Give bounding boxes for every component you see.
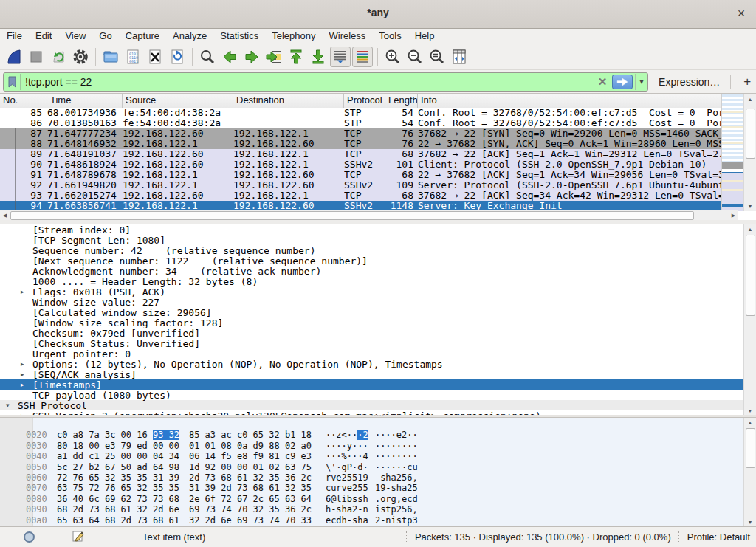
- hex-row[interactable]: 00a065 63 64 68 2d 73 68 6132 2d 6e 69 7…: [0, 504, 756, 515]
- capture-options-button[interactable]: [70, 47, 91, 67]
- save-capture-button[interactable]: 010101100011: [123, 47, 143, 67]
- menu-item[interactable]: Analyze: [166, 29, 213, 44]
- find-packet-button[interactable]: [197, 47, 218, 67]
- display-filter-input[interactable]: [21, 74, 595, 90]
- expression-button[interactable]: Expression…: [659, 76, 720, 88]
- packet-row[interactable]: 87 71.647777234 192.168.122.60 192.168.1…: [0, 128, 722, 139]
- add-filter-button[interactable]: +: [738, 75, 756, 89]
- detail-row[interactable]: Window size value: 227: [0, 297, 756, 307]
- column-header-length[interactable]: Length: [385, 94, 418, 108]
- column-header-destination[interactable]: Destination: [233, 94, 344, 108]
- detail-row[interactable]: ▾ SSH Protocol: [0, 400, 756, 410]
- restart-capture-button[interactable]: [48, 47, 69, 67]
- expander-icon[interactable]: ▸: [21, 371, 32, 378]
- go-first-packet-button[interactable]: [286, 47, 306, 67]
- column-header-no[interactable]: No.: [0, 94, 47, 108]
- detail-row[interactable]: Checksum: 0x79ed [unverified]: [0, 328, 756, 338]
- start-capture-button[interactable]: [4, 47, 24, 67]
- scroll-left-icon[interactable]: ◀: [0, 210, 10, 220]
- packet-list-vscrollbar[interactable]: ▲ ▼: [743, 94, 756, 211]
- detail-row[interactable]: [Window size scaling factor: 128]: [0, 317, 756, 328]
- go-to-packet-button[interactable]: [264, 47, 284, 67]
- menu-item[interactable]: Capture: [119, 29, 166, 44]
- colorize-button[interactable]: [352, 47, 373, 67]
- scrollbar-thumb[interactable]: [10, 211, 694, 220]
- close-capture-button[interactable]: [145, 47, 165, 67]
- detail-row[interactable]: ▸ [Timestamps]: [0, 379, 756, 390]
- capture-comment-icon[interactable]: [72, 529, 85, 545]
- menu-item[interactable]: Telephony: [265, 29, 322, 44]
- menu-item[interactable]: File: [0, 29, 29, 44]
- filter-apply-button[interactable]: [612, 75, 633, 89]
- scrollbar-thumb[interactable]: [746, 235, 755, 316]
- hex-row[interactable]: 006072 76 65 32 35 35 31 392d 73 68 61 3…: [0, 462, 756, 472]
- details-vscrollbar[interactable]: ▲ ▼: [743, 224, 756, 416]
- hex-row[interactable]: 0020c0 a8 7a 3c 00 16 93 3285 a3 ac c0 6…: [0, 419, 756, 430]
- detail-row[interactable]: TCP payload (1080 bytes): [0, 390, 756, 400]
- expander-icon[interactable]: ▸: [21, 381, 32, 388]
- hex-row[interactable]: 007063 75 72 76 65 32 35 3531 39 2d 73 6…: [0, 472, 756, 483]
- packet-list-hscrollbar[interactable]: ◀ ▶: [0, 210, 738, 220]
- detail-row[interactable]: Sequence number: 42 (relative sequence n…: [0, 245, 756, 255]
- detail-row[interactable]: [Checksum Status: Unverified]: [0, 338, 756, 348]
- detail-row[interactable]: [TCP Segment Len: 1080]: [0, 235, 756, 245]
- detail-row[interactable]: ▸ Options: (12 bytes), No-Operation (NOP…: [0, 359, 756, 369]
- scroll-up-icon[interactable]: ▲: [744, 418, 756, 427]
- detail-row[interactable]: Urgent pointer: 0: [0, 348, 756, 359]
- expander-icon[interactable]: ▸: [21, 360, 32, 368]
- detail-row[interactable]: [Next sequence number: 1122 (relative se…: [0, 255, 756, 266]
- stop-capture-button[interactable]: [26, 47, 47, 67]
- detail-row[interactable]: ▸ Flags: 0x018 (PSH, ACK): [0, 286, 756, 297]
- menu-item[interactable]: Tools: [372, 29, 408, 44]
- filter-bookmark-icon[interactable]: [4, 74, 21, 90]
- filter-history-caret[interactable]: ▾: [635, 74, 647, 90]
- zoom-reset-button[interactable]: [427, 47, 447, 67]
- expander-icon[interactable]: ▾: [6, 402, 18, 409]
- hex-row[interactable]: 009068 2d 73 68 61 32 2d 6e69 73 74 70 3…: [0, 494, 756, 504]
- go-last-packet-button[interactable]: [308, 47, 329, 67]
- column-header-source[interactable]: Source: [123, 94, 233, 108]
- packet-row[interactable]: 86 70.013850163 fe:54:00:d4:38:2a STP 54…: [0, 118, 722, 128]
- scroll-up-icon[interactable]: ▲: [744, 94, 756, 104]
- zoom-out-button[interactable]: [405, 47, 425, 67]
- scroll-right-icon[interactable]: ▶: [729, 210, 738, 220]
- packet-row[interactable]: 88 71.648146932 192.168.122.1 192.168.12…: [0, 139, 722, 149]
- expert-info-icon[interactable]: [24, 531, 35, 543]
- reload-capture-button[interactable]: [167, 47, 188, 67]
- profile-indicator[interactable]: Profile: Default: [687, 531, 750, 543]
- packet-row[interactable]: 92 71.661949820 192.168.122.1 192.168.12…: [0, 180, 722, 190]
- display-filter-field[interactable]: ✕ ▾: [3, 72, 648, 92]
- auto-scroll-button[interactable]: [330, 47, 351, 67]
- detail-row[interactable]: ▸ [SEQ/ACK analysis]: [0, 369, 756, 379]
- scrollbar-thumb[interactable]: [746, 428, 755, 468]
- menu-item[interactable]: Statistics: [213, 29, 265, 44]
- packet-row[interactable]: 91 71.648789678 192.168.122.1 192.168.12…: [0, 170, 722, 180]
- column-header-time[interactable]: Time: [47, 94, 123, 108]
- go-forward-button[interactable]: [241, 47, 262, 67]
- detail-row[interactable]: 1000 .... = Header Length: 32 bytes (8): [0, 276, 756, 286]
- packet-row[interactable]: 89 71.648191037 192.168.122.60 192.168.1…: [0, 149, 722, 159]
- menu-item[interactable]: Edit: [29, 29, 58, 44]
- scroll-down-icon[interactable]: ▼: [744, 202, 756, 211]
- hex-row[interactable]: 00505c 27 b2 67 50 ad 64 981d 92 00 00 0…: [0, 451, 756, 461]
- detail-row[interactable]: [Stream index: 0]: [0, 224, 756, 235]
- packet-row[interactable]: 90 71.648618924 192.168.122.60 192.168.1…: [0, 159, 722, 170]
- menu-item[interactable]: View: [58, 29, 92, 44]
- filter-clear-icon[interactable]: ✕: [595, 75, 610, 89]
- hex-row[interactable]: 00b038 34 2c 65 63 64 68 2d73 68 61 32 2…: [0, 515, 756, 526]
- packet-row[interactable]: 93 71.662015274 192.168.122.60 192.168.1…: [0, 190, 722, 201]
- detail-row[interactable]: [Calculated window size: 29056]: [0, 307, 756, 317]
- column-header-info[interactable]: Info: [418, 94, 756, 108]
- packet-row[interactable]: 85 68.001734936 fe:54:00:d4:38:2a STP 54…: [0, 108, 722, 118]
- scroll-up-icon[interactable]: ▲: [744, 224, 756, 234]
- hex-row[interactable]: 008036 40 6c 69 62 73 73 682e 6f 72 67 2…: [0, 483, 756, 493]
- open-capture-button[interactable]: [100, 47, 121, 67]
- bytes-vscrollbar[interactable]: ▲ ▼: [743, 418, 756, 527]
- zoom-in-button[interactable]: [382, 47, 403, 67]
- resize-columns-button[interactable]: [449, 47, 470, 67]
- intelligent-scrollbar-minimap[interactable]: [721, 94, 744, 211]
- menu-item[interactable]: Go: [92, 29, 118, 44]
- go-back-button[interactable]: [219, 47, 240, 67]
- menu-item[interactable]: Help: [408, 29, 441, 44]
- detail-row[interactable]: Acknowledgment number: 34 (relative ack …: [0, 266, 756, 276]
